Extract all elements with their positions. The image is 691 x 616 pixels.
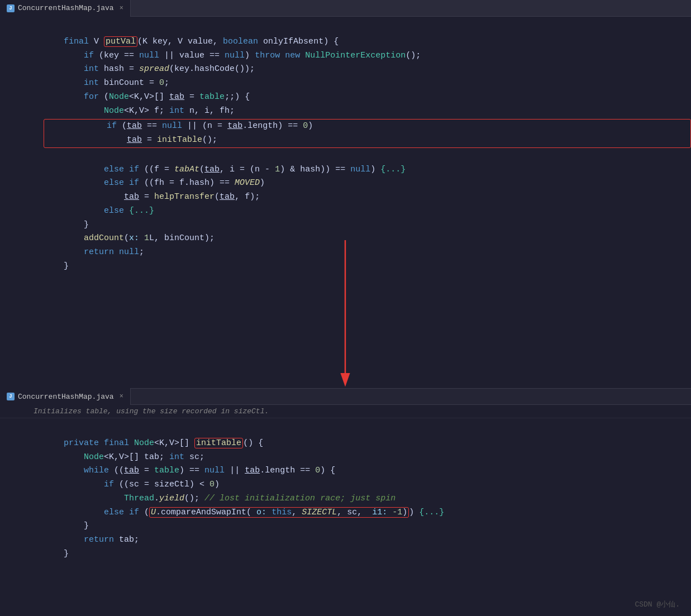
watermark: CSDN @小仙.: [635, 599, 680, 609]
line-putval: final V putVal(K key, V value, boolean o…: [44, 36, 339, 47]
line-node-f: Node<K,V> f; int n, i, fh;: [44, 106, 235, 116]
line-if-null: if (key == null || value == null) throw …: [44, 51, 421, 60]
line-private-inittable: private final Node<K,V>[] initTable() {: [44, 438, 263, 448]
code-area-bottom: private final Node<K,V>[] initTable() { …: [39, 418, 691, 579]
close-icon-bottom[interactable]: ×: [120, 393, 123, 400]
line-else-if-fh: else if ((fh = f.hash) == MOVED): [44, 178, 265, 188]
line-for: for (Node<K,V>[] tab = table;;) {: [44, 92, 250, 102]
line-thread-yield: Thread.yield(); // lost initialization r…: [44, 494, 395, 503]
line-if-sc-lt-0: if ((sc = sizeCtl) < 0): [44, 480, 220, 489]
bottom-gutter: private final Node<K,V>[] initTable() { …: [0, 418, 691, 579]
line-return-tab: return tab;: [44, 535, 139, 545]
tab-bottom[interactable]: J ConcurrentHashMap.java ×: [0, 388, 131, 405]
line-else-if-cas: else if (U.compareAndSwapInt( o: this, S…: [44, 507, 444, 518]
line-close-method: }: [44, 261, 69, 271]
line-else-if-tabat: else if ((f = tabAt(tab, i = (n - 1) & h…: [44, 165, 406, 174]
top-tab-bar: J ConcurrentHashMap.java ×: [0, 0, 691, 17]
fold-gutter-top: [28, 17, 39, 292]
line-else: else {...}: [44, 206, 154, 216]
tab-bottom-label: ConcurrentHashMap.java: [18, 393, 114, 401]
line-tab-helptransfer: tab = helpTransfer(tab, f);: [44, 192, 260, 202]
bottom-tab-bar: J ConcurrentHashMap.java ×: [0, 388, 691, 405]
line-while: while ((tab = table) == null || tab.leng…: [44, 466, 335, 475]
top-code-panel: final V putVal(K key, V value, boolean o…: [0, 17, 691, 388]
line-node-tab-sc: Node<K,V>[] tab; int sc;: [44, 452, 204, 462]
bottom-code-panel: private final Node<K,V>[] initTable() { …: [0, 418, 691, 616]
line-close-while: }: [44, 521, 89, 531]
line-return-null: return null;: [44, 247, 144, 257]
file-icon-top: J: [7, 4, 15, 12]
line-int-hash: int hash = spread(key.hashCode());: [44, 64, 255, 74]
tab-top[interactable]: J ConcurrentHashMap.java ×: [0, 0, 131, 17]
line-numbers-bottom: [0, 418, 28, 579]
top-gutter: final V putVal(K key, V value, boolean o…: [0, 17, 691, 292]
line-addcount: addCount(x: 1L, binCount);: [44, 233, 215, 243]
tab-top-label: ConcurrentHashMap.java: [18, 4, 114, 12]
code-area-top: final V putVal(K key, V value, boolean o…: [39, 17, 691, 292]
file-icon-bottom: J: [7, 393, 15, 400]
line-int-bincount: int binCount = 0;: [44, 78, 169, 88]
close-icon-top[interactable]: ×: [120, 4, 123, 12]
line-if-tab-null: if (tab == null || (n = tab.length) == 0…: [44, 119, 691, 148]
line-numbers-top: [0, 17, 28, 292]
line-close-inittable: }: [44, 549, 69, 558]
fold-gutter-bottom: [28, 418, 39, 579]
line-close-for: }: [44, 220, 89, 230]
doc-hint: Initializes table, using the size record…: [0, 405, 691, 418]
